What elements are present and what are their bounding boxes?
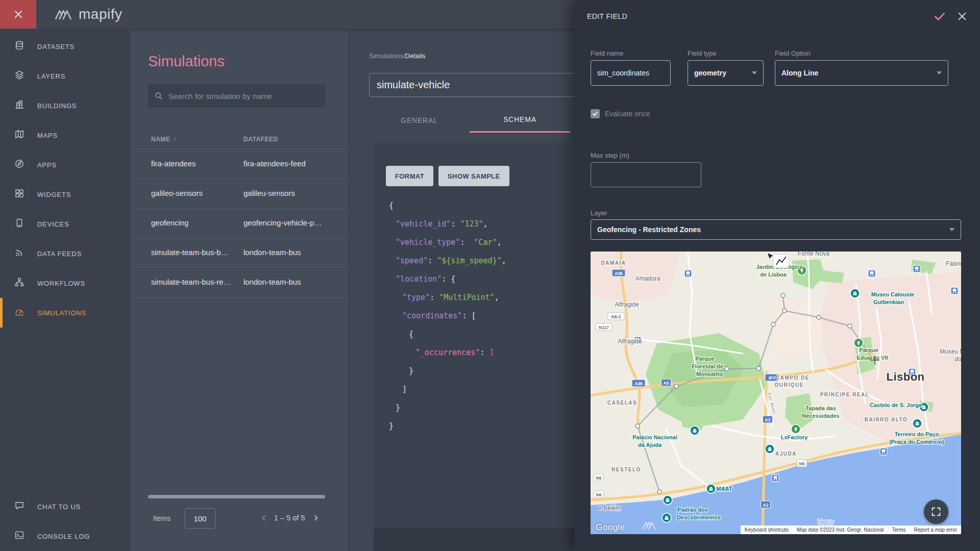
sidebar-item-label: DATASETS xyxy=(37,43,75,51)
museum-marker-icon[interactable] xyxy=(913,419,922,428)
sidebar-item-datafeeds[interactable]: DATA FEEDS xyxy=(0,239,130,268)
map-label: Fonte Nova xyxy=(798,252,829,257)
max-step-input[interactable] xyxy=(591,162,701,187)
geometry-vertex[interactable] xyxy=(817,315,821,319)
schema-json[interactable]: {"vehicle_id": "123","vehicle_type": "Ca… xyxy=(389,196,506,435)
table-row[interactable]: simulate-team-bus-re…london-team-bus xyxy=(130,268,349,297)
evaluate-once-row: Evaluate once xyxy=(591,109,650,118)
geometry-vertex[interactable] xyxy=(674,384,678,388)
app-close-button[interactable] xyxy=(0,0,36,29)
table-row[interactable]: fira-atendeesfira-atendees-feed xyxy=(130,149,349,179)
road-badge: N6-2 xyxy=(608,313,624,320)
park-marker-icon[interactable] xyxy=(854,338,863,347)
cell-datafeed: london-team-bus xyxy=(243,278,338,286)
map-label: Palácio Nacional xyxy=(632,434,677,440)
field-option-select[interactable]: Along Line xyxy=(775,60,948,86)
transit-marker-icon[interactable] xyxy=(772,474,779,482)
geometry-vertex[interactable] xyxy=(771,322,775,327)
sidebar-item-label: APPS xyxy=(37,161,57,169)
close-icon xyxy=(13,9,23,19)
map-label: Terreiro do Paço xyxy=(895,431,939,437)
table-row[interactable]: galileo-sensorsgalileu-sensors xyxy=(130,179,349,209)
transit-marker-icon[interactable] xyxy=(913,265,920,272)
evaluate-once-checkbox[interactable] xyxy=(591,109,600,118)
museum-marker-icon[interactable] xyxy=(850,289,860,298)
sidebar-item-label: SIMULATIONS xyxy=(37,309,86,317)
close-icon xyxy=(957,11,968,22)
geometry-vertex[interactable] xyxy=(782,309,787,313)
map-label: e Belém xyxy=(598,505,621,512)
schema-editor[interactable]: FORMAT SHOW SAMPLE {"vehicle_id": "123",… xyxy=(374,142,570,528)
cell-datafeed: fira-atendees-feed xyxy=(243,159,338,168)
fullscreen-button[interactable] xyxy=(924,499,948,524)
field-type-select[interactable]: geometry xyxy=(688,60,764,86)
field-name-input[interactable] xyxy=(591,60,671,86)
table-row[interactable]: simulate-team-bus-b…london-team-bus xyxy=(130,238,349,268)
park-marker-icon[interactable] xyxy=(791,424,800,434)
pagination-next-button[interactable]: › xyxy=(314,510,318,524)
map-canvas[interactable]: A36A36N6-2N117A5IP7A2A2N6N6N6DAMAIAAmado… xyxy=(591,252,961,534)
museum-marker-icon[interactable] xyxy=(765,444,774,454)
geometry-vertex[interactable] xyxy=(756,366,761,370)
show-sample-button[interactable]: SHOW SAMPLE xyxy=(438,166,509,186)
sidebar-item-maps[interactable]: MAPS xyxy=(0,120,130,150)
map-label: (Praça do Comércio) xyxy=(889,439,944,445)
table-row[interactable]: geofencinggeofencing-vehicle-p… xyxy=(130,209,349,238)
search-input[interactable] xyxy=(168,92,319,101)
sidebar-item-buildings[interactable]: BUILDINGS xyxy=(0,91,130,120)
close-panel-button[interactable] xyxy=(954,9,970,24)
confirm-button[interactable] xyxy=(932,9,947,24)
geometry-vertex[interactable] xyxy=(781,293,785,297)
geometry-vertex[interactable] xyxy=(725,367,729,371)
tab-schema[interactable]: SCHEMA xyxy=(470,108,570,133)
sidebar-item-widgets[interactable]: WIDGETS xyxy=(0,180,130,209)
tab-general[interactable]: GENERAL xyxy=(369,108,470,133)
pagination-prev-button[interactable]: ‹ xyxy=(262,510,266,524)
breadcrumb-parent[interactable]: Simulations/ xyxy=(369,52,405,60)
museum-marker-icon[interactable] xyxy=(706,484,716,493)
simulation-name-input[interactable] xyxy=(369,73,583,97)
transit-marker-icon[interactable] xyxy=(684,270,692,277)
column-header-datafeed[interactable]: DATAFEED xyxy=(243,136,278,143)
format-button[interactable]: FORMAT xyxy=(386,166,433,186)
sidebar-item-apps[interactable]: APPS xyxy=(0,150,130,180)
column-header-name[interactable]: NAME↑ xyxy=(151,136,177,143)
geometry-vertex[interactable] xyxy=(635,424,640,428)
road-badge: A36 xyxy=(612,269,625,277)
transit-marker-icon[interactable] xyxy=(951,287,958,294)
transit-marker-icon[interactable] xyxy=(868,270,875,277)
report-error-link[interactable]: Report a map error xyxy=(914,527,957,533)
layer-select[interactable]: Geofencing - Restricted Zones xyxy=(591,219,961,240)
horizontal-scrollbar[interactable] xyxy=(148,495,325,498)
museum-marker-icon[interactable] xyxy=(690,426,699,435)
sidebar-item-workflows[interactable]: WORKFLOWS xyxy=(0,268,130,298)
sidebar-item-chat[interactable]: CHAT TO US xyxy=(0,492,130,521)
google-logo[interactable]: Google xyxy=(596,522,625,533)
sidebar-item-layers[interactable]: LAYERS xyxy=(0,61,130,91)
map-label: CASELAS xyxy=(607,400,637,406)
museum-marker-icon[interactable] xyxy=(662,513,671,522)
road-badge: A2 xyxy=(761,501,771,508)
svg-text:A5: A5 xyxy=(664,381,669,386)
geometry-vertex[interactable] xyxy=(657,490,662,494)
search-box[interactable] xyxy=(148,84,325,108)
page-title: Simulations xyxy=(148,53,225,70)
sidebar-item-datasets[interactable]: DATASETS xyxy=(0,32,130,61)
transit-marker-icon[interactable] xyxy=(880,448,887,455)
items-per-page-select[interactable]: 100 xyxy=(185,508,215,529)
map-label: Florestal de xyxy=(692,363,723,369)
svg-text:N6: N6 xyxy=(596,475,602,481)
mapify-watermark-icon xyxy=(642,520,657,531)
map-label: Tagus xyxy=(817,518,834,525)
keyboard-shortcuts-link[interactable]: Keyboard shortcuts xyxy=(745,527,789,533)
geometry-vertex[interactable] xyxy=(848,324,852,328)
museum-marker-icon[interactable] xyxy=(663,495,672,505)
sidebar-item-devices[interactable]: DEVICES xyxy=(0,209,130,239)
terms-link[interactable]: Terms xyxy=(892,527,905,533)
map-label: Alfragide xyxy=(618,338,642,345)
sidebar-item-console[interactable]: CONSOLE LOG xyxy=(0,521,130,551)
devices-icon xyxy=(14,218,24,230)
chat-icon xyxy=(14,500,24,513)
sidebar-item-simulations[interactable]: SIMULATIONS xyxy=(0,298,130,328)
field-name-label: Field name xyxy=(591,49,623,57)
